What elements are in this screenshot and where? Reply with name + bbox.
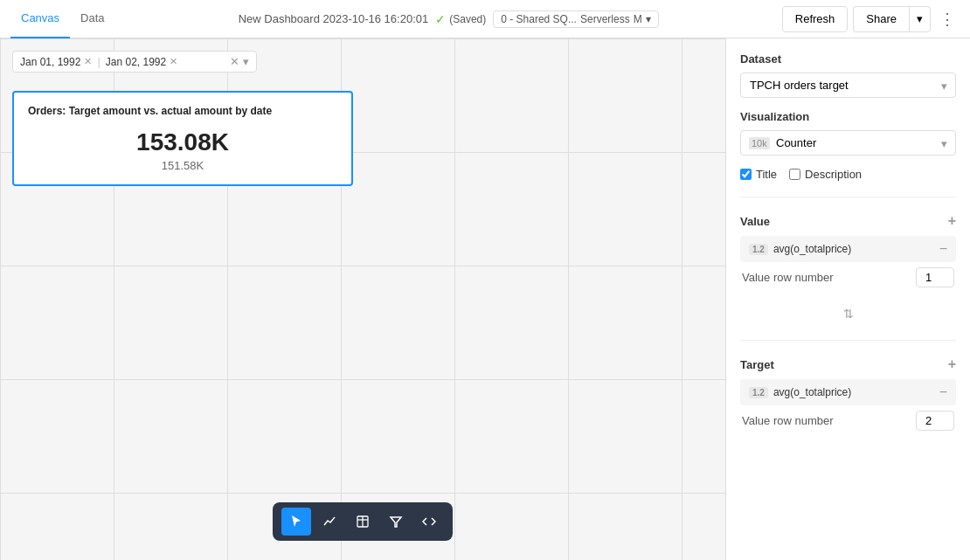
tab-data[interactable]: Data: [70, 0, 114, 38]
visualization-select[interactable]: Counter: [740, 130, 956, 156]
cluster-badge[interactable]: 0 - Shared SQ... Serverless M ▾: [493, 10, 658, 28]
topbar-right: Refresh Share ▾ ⋮: [782, 6, 960, 32]
share-caret-button[interactable]: ▾: [909, 6, 931, 32]
tab-canvas[interactable]: Canvas: [10, 0, 70, 38]
description-label: Description: [805, 168, 862, 181]
divider-2: [740, 340, 956, 341]
filter-clear-icon[interactable]: ✕: [230, 55, 239, 68]
filter-bar: Jan 01, 1992 ✕ | Jan 02, 1992 ✕ ✕ ▾: [12, 51, 257, 73]
select-tool-button[interactable]: [281, 508, 311, 536]
visualization-select-wrapper: 10k Counter: [740, 130, 956, 156]
description-checkbox[interactable]: [789, 169, 800, 180]
topbar: Canvas Data New Dashboard 2023-10-16 16:…: [0, 0, 970, 38]
widget-sub-value: 151.58K: [28, 159, 337, 172]
target-section: Target + 1.2 avg(o_totalprice) − Value r…: [740, 356, 956, 434]
value-metric-badge: 1.2: [749, 244, 768, 255]
cluster-size: M: [634, 13, 642, 25]
canvas-area[interactable]: Jan 01, 1992 ✕ | Jan 02, 1992 ✕ ✕ ▾ Orde…: [0, 38, 725, 560]
target-row-number-input[interactable]: [916, 411, 954, 431]
target-metric-remove-button[interactable]: −: [939, 384, 947, 400]
filter-expand-icon[interactable]: ▾: [243, 55, 249, 68]
value-row-number-row: Value row number: [740, 267, 956, 287]
tab-bar: Canvas Data: [10, 0, 115, 38]
line-chart-tool-button[interactable]: [315, 508, 344, 536]
svg-marker-3: [391, 517, 401, 527]
saved-badge: ✓ (Saved): [435, 12, 486, 26]
status-icon: ✓: [435, 12, 446, 26]
saved-label: (Saved): [449, 13, 486, 25]
target-metric-name: avg(o_totalprice): [773, 386, 934, 398]
value-metric-row: 1.2 avg(o_totalprice) −: [740, 236, 956, 262]
table-tool-button[interactable]: [348, 508, 378, 536]
filter-icons: ✕ ▾: [230, 55, 249, 68]
filter-separator: |: [97, 55, 100, 68]
value-row-number-input[interactable]: [916, 267, 954, 287]
filter-tag-date1[interactable]: Jan 01, 1992 ✕: [20, 56, 92, 68]
target-row-number-row: Value row number: [740, 411, 956, 431]
value-metric-name: avg(o_totalprice): [773, 243, 934, 255]
value-row-number-label: Value row number: [742, 271, 834, 284]
widget-title: Orders: Target amount vs. actual amount …: [28, 105, 337, 117]
share-button-group: Share ▾: [853, 6, 931, 32]
target-add-button[interactable]: +: [948, 356, 956, 372]
value-section: Value + 1.2 avg(o_totalprice) − Value ro…: [740, 213, 956, 291]
widget-card[interactable]: Orders: Target amount vs. actual amount …: [12, 91, 353, 186]
swap-icon-row: ⇅: [740, 307, 956, 321]
chevron-down-icon: ▾: [646, 13, 651, 25]
filter-date2-value: Jan 02, 1992: [106, 56, 166, 68]
title-label: Title: [756, 168, 777, 181]
code-tool-button[interactable]: [414, 508, 444, 536]
dataset-select[interactable]: TPCH orders target: [740, 73, 956, 98]
filter-tag-date2[interactable]: Jan 02, 1992 ✕: [106, 56, 177, 68]
dataset-select-wrapper: TPCH orders target: [740, 73, 956, 98]
target-metric-badge: 1.2: [749, 387, 768, 398]
description-checkbox-label[interactable]: Description: [789, 168, 862, 181]
bottom-toolbar: [273, 502, 453, 541]
refresh-button[interactable]: Refresh: [782, 6, 849, 32]
value-section-title: Value +: [740, 213, 956, 229]
widget-value: 153.08K: [28, 128, 337, 157]
value-metric-remove-button[interactable]: −: [939, 241, 947, 257]
filter-tool-button[interactable]: [381, 508, 411, 536]
title-checkbox[interactable]: [740, 169, 752, 180]
filter-date1-remove[interactable]: ✕: [84, 56, 92, 67]
value-add-button[interactable]: +: [948, 213, 956, 229]
dataset-section: Dataset TPCH orders target: [740, 52, 956, 98]
swap-icon: ⇅: [843, 307, 854, 321]
main-layout: Jan 01, 1992 ✕ | Jan 02, 1992 ✕ ✕ ▾ Orde…: [0, 38, 970, 560]
right-panel: Dataset TPCH orders target Visualization…: [725, 38, 970, 560]
target-section-title: Target +: [740, 356, 956, 372]
filter-date2-remove[interactable]: ✕: [170, 56, 177, 67]
dashboard-title: New Dashboard 2023-10-16 16:20:01: [239, 12, 429, 25]
divider-1: [740, 197, 956, 197]
topbar-center: New Dashboard 2023-10-16 16:20:01 ✓ (Sav…: [126, 10, 772, 28]
filter-date1-value: Jan 01, 1992: [20, 56, 80, 68]
dataset-section-title: Dataset: [740, 52, 956, 66]
visualization-section: Visualization 10k Counter: [740, 110, 956, 156]
visualization-section-title: Visualization: [740, 110, 956, 123]
share-button[interactable]: Share: [853, 6, 909, 32]
checkbox-row: Title Description: [740, 168, 956, 181]
cluster-mode: Serverless: [580, 13, 630, 25]
target-metric-row: 1.2 avg(o_totalprice) −: [740, 379, 956, 405]
cluster-name: 0 - Shared SQ...: [501, 13, 577, 25]
title-checkbox-label[interactable]: Title: [740, 168, 777, 181]
more-options-button[interactable]: ⋮: [936, 10, 960, 29]
target-row-number-label: Value row number: [742, 414, 834, 427]
